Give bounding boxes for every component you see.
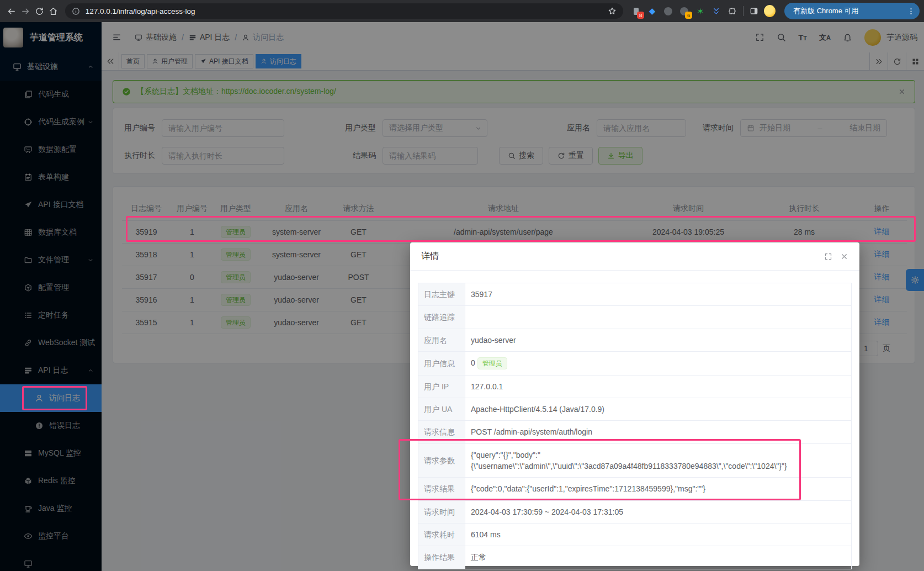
detail-dialog: 详情 日志主键35917 链路追踪 应用名yudao-server 用户信息0 … <box>410 242 859 566</box>
url-text: 127.0.0.1/infra/log/api-access-log <box>86 7 195 15</box>
detail-row: 用户 IP127.0.0.1 <box>418 375 852 398</box>
detail-row: 请求耗时6104 ms <box>418 523 852 546</box>
extension-icon-2[interactable]: ◆ <box>646 4 659 18</box>
browser-reload-button[interactable] <box>33 4 46 18</box>
browser-home-button[interactable] <box>46 4 60 18</box>
browser-forward-button[interactable] <box>18 4 32 18</box>
detail-row: 用户 UAApache-HttpClient/4.5.14 (Java/17.0… <box>418 398 852 421</box>
extensions-puzzle-icon[interactable] <box>726 4 739 18</box>
extension-icon-1[interactable]: 8 <box>630 4 642 18</box>
bookmark-star-icon[interactable] <box>608 7 617 15</box>
browser-menu-icon[interactable] <box>907 7 915 15</box>
detail-row: 请求信息POST /admin-api/system/auth/login <box>418 421 852 443</box>
detail-row-request-result: 请求结果{"code":0,"data":{"userId":1,"expire… <box>418 478 852 500</box>
detail-row: 请求时间2024-04-03 17:30:59 ~ 2024-04-03 17:… <box>418 500 852 523</box>
detail-row-request-params: 请求参数{"query":"{}","body":" {\"username\"… <box>418 443 852 478</box>
detail-row: 链路追踪 <box>418 306 852 329</box>
toolbar-divider <box>743 6 744 16</box>
detail-row: 用户信息0 管理员 <box>418 351 852 375</box>
browser-chrome: 127.0.0.1/infra/log/api-access-log 8 ◆ 6… <box>0 0 924 22</box>
detail-row: 应用名yudao-server <box>418 329 852 351</box>
site-info-icon[interactable] <box>72 7 80 15</box>
user-type-tag: 管理员 <box>477 357 507 369</box>
dialog-title: 详情 <box>421 251 439 262</box>
detail-row: 操作结果正常 <box>418 546 852 569</box>
extension-icon-5[interactable]: ✶ <box>694 4 707 18</box>
profile-avatar[interactable] <box>764 5 776 17</box>
address-bar[interactable]: 127.0.0.1/infra/log/api-access-log <box>65 3 623 19</box>
extension-badge-orange: 6 <box>685 12 692 19</box>
side-panel-icon[interactable] <box>748 4 760 18</box>
chrome-update-button[interactable]: 有新版 Chrome 可用 <box>784 3 920 19</box>
dialog-close-icon[interactable] <box>840 252 848 261</box>
extension-icon-3[interactable] <box>662 4 675 18</box>
detail-descriptions: 日志主键35917 链路追踪 应用名yudao-server 用户信息0 管理员… <box>418 283 852 569</box>
extension-icons: 8 ◆ 6 ✶ <box>630 4 739 18</box>
extension-icon-6[interactable] <box>710 4 723 18</box>
extension-icon-4[interactable]: 6 <box>678 4 691 18</box>
dialog-fullscreen-icon[interactable] <box>824 252 832 261</box>
chrome-update-label: 有新版 Chrome 可用 <box>793 6 858 16</box>
extension-badge-red: 8 <box>637 12 644 19</box>
screen: 127.0.0.1/infra/log/api-access-log 8 ◆ 6… <box>0 0 924 571</box>
browser-back-button[interactable] <box>4 4 18 18</box>
detail-row: 日志主键35917 <box>418 283 852 306</box>
